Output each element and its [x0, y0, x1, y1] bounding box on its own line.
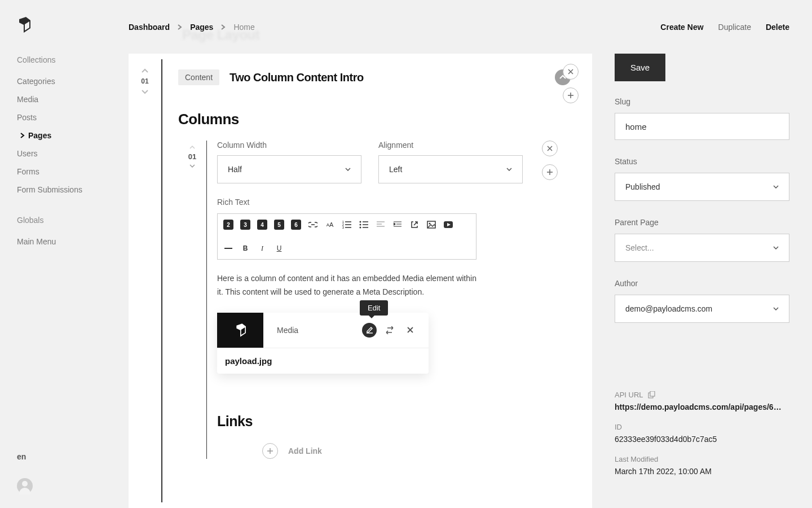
nav-group-collections: Collections Categories Media Posts Pages…	[17, 55, 129, 199]
edit-media-button[interactable]	[362, 323, 377, 338]
richtext-label: Rich Text	[217, 198, 523, 207]
plus-icon	[267, 448, 273, 454]
h2-icon[interactable]: 2	[223, 220, 233, 230]
api-url-value: https://demo.payloadcms.com/api/pages/62…	[615, 402, 784, 411]
media-embed-card: Media Edit	[217, 313, 429, 374]
language-toggle[interactable]: en	[17, 452, 33, 461]
edit-icon	[366, 326, 373, 334]
remove-media-button[interactable]	[403, 323, 417, 338]
add-block-button[interactable]	[563, 87, 579, 103]
columns-heading: Columns	[178, 111, 576, 128]
remove-block-button[interactable]	[563, 64, 579, 80]
add-link-button[interactable]	[262, 443, 278, 459]
chevron-down-icon	[345, 168, 351, 171]
underline-icon[interactable]: U	[274, 243, 284, 253]
links-heading: Links	[217, 413, 523, 430]
external-link-icon[interactable]	[409, 220, 420, 230]
body: 01 Content Two Column Content I	[129, 54, 812, 508]
sidebar-item-users[interactable]: Users	[17, 144, 129, 163]
h4-icon[interactable]: 4	[257, 220, 267, 230]
h5-icon[interactable]: 5	[274, 220, 284, 230]
id-label: ID	[615, 423, 789, 431]
add-column-button[interactable]	[542, 164, 558, 180]
plus-icon	[567, 92, 574, 99]
h3-icon[interactable]: 3	[240, 220, 250, 230]
block-index-strip: 01	[129, 54, 161, 508]
swap-icon	[385, 326, 394, 334]
alignment-label: Alignment	[378, 141, 523, 150]
richtext-content[interactable]: Here is a column of content and it has a…	[217, 272, 476, 299]
chevron-down-icon	[773, 185, 779, 189]
sidebar-item-categories[interactable]: Categories	[17, 72, 129, 90]
copy-icon[interactable]	[648, 391, 655, 398]
block-move-up-icon[interactable]	[142, 64, 148, 77]
alignment-select[interactable]: Left	[378, 155, 523, 183]
media-type-label: Media	[263, 326, 362, 335]
media-thumbnail	[217, 313, 263, 348]
swap-media-button[interactable]	[382, 323, 397, 338]
column-block: 01	[178, 141, 576, 459]
align-left-icon[interactable]	[376, 220, 386, 230]
block-move-down-icon[interactable]	[142, 85, 148, 99]
h6-icon[interactable]: 6	[291, 220, 301, 230]
font-size-icon[interactable]: AA	[325, 220, 335, 230]
column-body: Column Width Half Alignment Left	[207, 141, 523, 459]
richtext-toolbar: 2 3 4 5 6 AA 123	[217, 213, 476, 260]
remove-column-button[interactable]	[542, 141, 558, 156]
create-new-link[interactable]: Create New	[660, 23, 703, 32]
chevron-right-icon	[178, 24, 182, 30]
header-actions: Create New Duplicate Delete	[660, 23, 789, 32]
status-select[interactable]: Published	[615, 173, 789, 201]
svg-point-7	[429, 223, 431, 225]
avatar[interactable]	[17, 478, 33, 494]
italic-icon[interactable]: I	[257, 243, 267, 253]
nav-group-label: Globals	[17, 216, 129, 225]
parent-page-select[interactable]: Select...	[615, 234, 789, 262]
add-link-row: Add Link	[262, 443, 523, 459]
breadcrumb-dashboard[interactable]: Dashboard	[129, 23, 170, 32]
bold-icon[interactable]: B	[240, 243, 250, 253]
close-icon	[568, 69, 573, 75]
author-label: Author	[615, 279, 789, 288]
editor-card: 01 Content Two Column Content I	[129, 54, 592, 508]
indent-icon[interactable]	[392, 220, 403, 230]
block-content: Content Two Column Content Intro Columns…	[162, 54, 592, 508]
image-icon[interactable]	[426, 220, 436, 230]
sidebar-item-forms[interactable]: Forms	[17, 163, 129, 181]
block-title: Two Column Content Intro	[230, 71, 364, 84]
column-controls	[542, 141, 558, 180]
sidebar-item-main-menu[interactable]: Main Menu	[17, 233, 129, 251]
save-button[interactable]: Save	[615, 54, 665, 81]
ordered-list-icon[interactable]: 123	[342, 220, 352, 230]
logo	[17, 17, 129, 33]
close-icon	[547, 146, 553, 151]
link-icon[interactable]	[308, 220, 318, 230]
media-actions: Edit	[362, 323, 429, 338]
chevron-down-icon	[773, 307, 779, 310]
svg-point-4	[360, 224, 361, 226]
block-index: 01	[141, 77, 148, 85]
nav-group-label: Collections	[17, 55, 129, 64]
plus-icon	[546, 169, 553, 176]
column-move-up-icon[interactable]	[189, 142, 195, 152]
hr-icon[interactable]	[223, 243, 233, 253]
column-width-label: Column Width	[217, 141, 361, 150]
slug-input[interactable]	[615, 113, 789, 140]
video-icon[interactable]	[443, 220, 453, 230]
meta-block: API URL https://demo.payloadcms.com/api/…	[615, 391, 789, 476]
unordered-list-icon[interactable]	[359, 220, 369, 230]
duplicate-link[interactable]: Duplicate	[718, 23, 751, 32]
sidebar-footer: en	[17, 452, 33, 494]
chevron-right-icon	[221, 24, 226, 30]
breadcrumb-pages[interactable]: Pages	[190, 23, 213, 32]
sidebar-item-posts[interactable]: Posts	[17, 108, 129, 126]
author-select[interactable]: demo@payloadcms.com	[615, 295, 789, 323]
sidebar-item-form-submissions[interactable]: Form Submissions	[17, 181, 129, 199]
sidebar-item-media[interactable]: Media	[17, 90, 129, 108]
sidebar-item-pages[interactable]: Pages	[17, 126, 129, 144]
delete-link[interactable]: Delete	[766, 23, 789, 32]
column-move-down-icon[interactable]	[189, 161, 195, 172]
column-width-select[interactable]: Half	[217, 155, 361, 183]
media-filename: payload.jpg	[217, 348, 429, 374]
api-url-label: API URL	[615, 391, 643, 399]
